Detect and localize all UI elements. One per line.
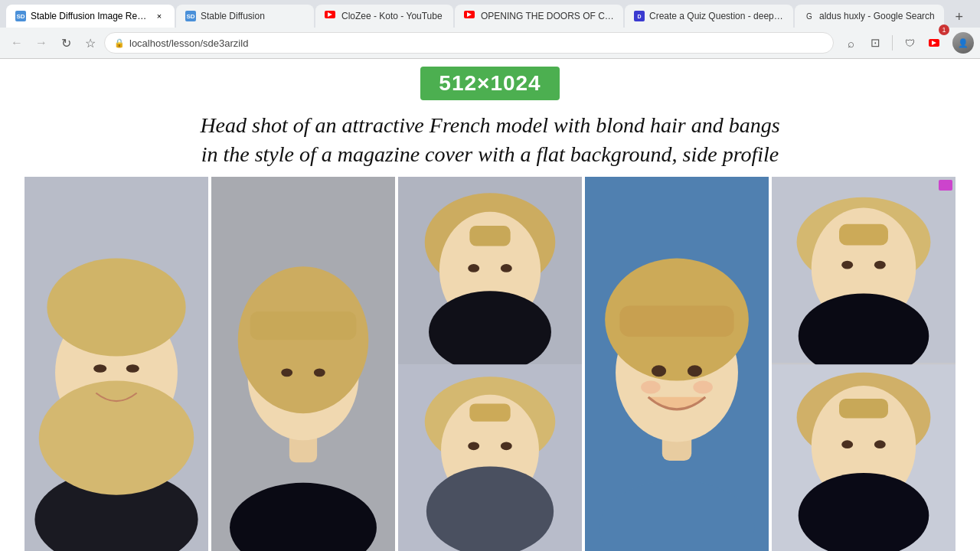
svg-rect-35 (619, 305, 733, 337)
tab-favicon-deepl: D (634, 11, 645, 21)
svg-point-27 (468, 442, 479, 450)
svg-point-51 (841, 440, 853, 448)
page-content: 512×1024 Head shot of an attractive Fren… (0, 59, 980, 551)
image-grid (0, 177, 980, 551)
image-cell-2[interactable] (211, 177, 395, 551)
tab-label-2: Stable Diffusion (201, 11, 305, 21)
small-purple-badge (939, 180, 952, 191)
svg-point-20 (468, 264, 479, 272)
browser-chrome: SD Stable Diffusion Image Res... × SD St… (0, 0, 980, 59)
address-bar[interactable]: 🔒 localhost/lesson/sde3arzild (104, 32, 834, 54)
tab-label-3: CloZee - Koto - YouTube (341, 11, 444, 21)
prompt-text: Head shot of an attractive French model … (200, 111, 779, 169)
svg-point-15 (314, 368, 325, 377)
bookmark-button[interactable]: ☆ (80, 32, 101, 54)
image-cell-4[interactable] (585, 177, 769, 551)
tab-label-4: OPENING THE DOORS OF CREA... (481, 11, 614, 21)
new-tab-button[interactable]: + (949, 6, 970, 28)
toolbar-actions: ⌕ ⊡ 🛡 1 👤 (840, 32, 974, 54)
tab-opening-doors[interactable]: OPENING THE DOORS OF CREA... (455, 5, 623, 28)
toolbar: ← → ↻ ☆ 🔒 localhost/lesson/sde3arzild ⌕ … (0, 28, 980, 58)
svg-point-38 (641, 380, 661, 393)
toolbar-separator (892, 35, 893, 51)
image-cell-1[interactable] (24, 177, 208, 551)
tab-favicon-yt1 (325, 10, 337, 22)
tab-favicon-yt2 (464, 10, 476, 22)
image-cell-3[interactable] (398, 177, 582, 551)
back-button[interactable]: ← (6, 32, 28, 54)
dimension-badge: 512×1024 (420, 67, 559, 100)
svg-point-22 (429, 291, 551, 373)
svg-point-4 (39, 380, 194, 494)
svg-point-7 (126, 364, 139, 373)
tab-stable-diffusion-image[interactable]: SD Stable Diffusion Image Res... × (6, 5, 175, 28)
svg-rect-19 (469, 226, 510, 246)
tab-clozee[interactable]: CloZee - Koto - YouTube (315, 5, 453, 28)
svg-point-44 (841, 260, 853, 269)
tab-google-search[interactable]: G aldus huxly - Google Search (795, 5, 944, 28)
lock-icon: 🔒 (114, 38, 125, 48)
tab-close-1[interactable]: × (153, 10, 165, 22)
image-cell-5[interactable] (772, 177, 956, 551)
svg-point-45 (874, 260, 886, 269)
svg-point-36 (652, 365, 666, 377)
svg-point-52 (874, 440, 886, 448)
tab-label-5: Create a Quiz Question - deepli... (649, 11, 784, 21)
svg-point-28 (501, 442, 512, 450)
svg-point-39 (693, 380, 713, 393)
tab-favicon-1: SD (15, 11, 26, 21)
svg-point-37 (688, 365, 702, 377)
notification-area: 1 (923, 32, 949, 54)
svg-rect-13 (250, 311, 357, 340)
tab-favicon-google: G (804, 11, 815, 21)
prompt-line1: Head shot of an attractive French model … (200, 113, 779, 137)
svg-point-14 (281, 368, 292, 377)
cast-icon[interactable]: ⊡ (864, 32, 886, 54)
svg-rect-26 (469, 403, 510, 421)
extensions-icon[interactable]: 🛡 (899, 32, 920, 54)
reload-button[interactable]: ↻ (55, 32, 77, 54)
tab-stable-diffusion[interactable]: SD Stable Diffusion (176, 5, 314, 28)
svg-point-21 (501, 264, 512, 272)
tab-favicon-2: SD (185, 11, 196, 21)
avatar[interactable]: 👤 (952, 32, 974, 54)
svg-point-6 (93, 364, 106, 373)
youtube-icon[interactable] (923, 32, 945, 54)
forward-button[interactable]: → (31, 32, 52, 54)
notification-badge: 1 (939, 24, 949, 35)
svg-rect-50 (839, 399, 888, 419)
svg-point-5 (47, 258, 185, 356)
tab-label-6: aldus huxly - Google Search (819, 11, 935, 21)
address-text: localhost/lesson/sde3arzild (129, 37, 824, 49)
prompt-line2: in the style of a magazine cover with a … (201, 142, 779, 166)
svg-rect-43 (839, 223, 888, 245)
tab-label-1: Stable Diffusion Image Res... (31, 11, 149, 21)
svg-point-12 (238, 266, 369, 413)
tab-quiz[interactable]: D Create a Quiz Question - deepli... (625, 5, 793, 28)
tab-bar: SD Stable Diffusion Image Res... × SD St… (0, 0, 980, 28)
zoom-icon[interactable]: ⌕ (840, 32, 861, 54)
